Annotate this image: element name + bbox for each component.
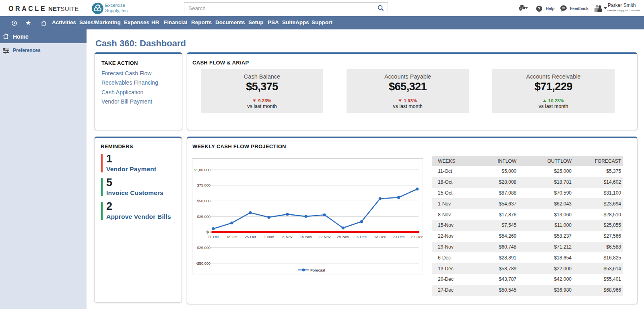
svg-text:27-Dec: 27-Dec	[411, 235, 423, 239]
svg-text:?: ?	[538, 6, 540, 11]
svg-text:25-Oct: 25-Oct	[245, 235, 256, 239]
svg-text:15-Nov: 15-Nov	[300, 235, 312, 239]
svg-text:22-Nov: 22-Nov	[318, 235, 330, 239]
svg-text:-$50,000: -$50,000	[196, 261, 211, 265]
svg-text:$50,000: $50,000	[197, 199, 211, 203]
svg-text:$0: $0	[206, 230, 211, 234]
svg-text:11-Oct: 11-Oct	[208, 235, 219, 239]
svg-text:8-Nov: 8-Nov	[283, 235, 293, 239]
svg-text:1-Nov: 1-Nov	[264, 235, 274, 239]
svg-text:-$25,000: -$25,000	[196, 246, 211, 250]
svg-text:Forecast: Forecast	[310, 268, 325, 272]
svg-text:20-Dec: 20-Dec	[392, 235, 405, 239]
svg-text:13-Dec: 13-Dec	[374, 235, 386, 239]
svg-text:$25,000: $25,000	[197, 215, 211, 219]
svg-text:$75,000: $75,000	[197, 183, 211, 187]
svg-text:6-Dec: 6-Dec	[357, 235, 367, 239]
svg-text:$1,00,000: $1,00,000	[194, 168, 211, 172]
svg-text:29-Nov: 29-Nov	[337, 235, 349, 239]
svg-text:18-Oct: 18-Oct	[226, 235, 237, 239]
